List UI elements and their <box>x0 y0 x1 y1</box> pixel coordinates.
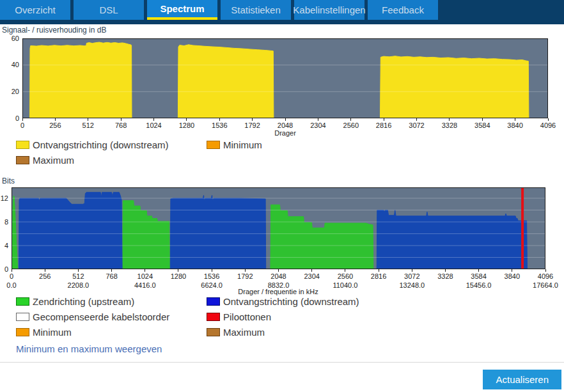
x-tick-label: 2304 <box>310 122 325 130</box>
legend-item-kabelstoorder: Gecompenseerde kabelstoorder <box>16 312 207 322</box>
legend-label: Piloottonen <box>223 311 271 322</box>
x-tick-mark <box>345 269 345 272</box>
legend-label: Minimum <box>223 139 262 150</box>
x-tick-mark <box>178 269 178 272</box>
series-zendrichting-upstream- <box>12 196 373 269</box>
y-tick-label: 4 <box>0 242 8 250</box>
x-tick-label: 1536 <box>212 122 227 130</box>
x-tick-label: 1024 <box>146 122 161 130</box>
x-tick-mark <box>45 269 45 272</box>
x-tick-mark <box>55 118 56 121</box>
minimum-bits-swatch-icon <box>16 328 29 336</box>
x-frequency-label: 11040.0 <box>333 281 357 290</box>
tab-overzicht[interactable]: Overzicht <box>0 0 70 20</box>
x-tick-label: 4096 <box>540 122 556 130</box>
legend-item-piloottonen: Piloottonen <box>207 312 359 322</box>
y-tick-label: 8 <box>0 218 8 226</box>
x-tick-label: 3584 <box>471 272 486 281</box>
piloottonen-swatch-icon <box>207 313 220 321</box>
tab-overzicht-label: Overzicht <box>15 4 55 15</box>
maximum-bits-swatch-icon <box>207 328 220 336</box>
x-frequency-label: 17664.0 <box>533 281 558 290</box>
legend-label: Maximum <box>223 327 265 338</box>
legend-item-minimum-snr: Minimum <box>207 140 262 150</box>
x-tick-mark <box>145 269 145 272</box>
x-tick-mark <box>88 118 88 121</box>
x-tick-mark <box>285 118 286 121</box>
legend-item-minimum-bits: Minimum <box>16 327 207 337</box>
y-tick-label: 0 <box>0 265 8 274</box>
legend-item-downstream-snr: Ontvangstrichting (downstream) <box>16 140 207 150</box>
maximum-snr-swatch-icon <box>16 156 29 164</box>
tab-dsl[interactable]: DSL <box>74 0 144 20</box>
x-tick-label: 512 <box>82 122 94 130</box>
footer-divider <box>0 362 564 363</box>
x-tick-label: 1280 <box>179 122 194 130</box>
tab-kabelinstellingen[interactable]: Kabelinstellingen <box>294 0 364 20</box>
legend-item-upstream: Zendrichting (upstream) <box>16 297 207 306</box>
legend-label: Maximum <box>33 155 74 166</box>
legend-label: Ontvangstrichting (downstream) <box>33 139 169 150</box>
x-tick-mark <box>311 269 312 272</box>
y-tick-label: 12 <box>0 194 8 203</box>
x-tick-mark <box>478 269 479 272</box>
series-ontvangstrichting-downstream- <box>30 42 529 118</box>
bits-chart-plot <box>12 187 545 269</box>
x-tick-label: 2816 <box>376 122 391 130</box>
x-tick-mark <box>545 269 546 272</box>
x-tick-mark <box>219 118 220 121</box>
toggle-min-max-link[interactable]: Minimum en maximum weergeven <box>16 343 162 354</box>
tab-spectrum[interactable]: Spectrum <box>147 0 217 20</box>
x-tick-label: 3584 <box>474 122 490 130</box>
x-tick-mark <box>512 269 512 272</box>
x-tick-label: 3328 <box>437 272 453 281</box>
x-tick-label: 1024 <box>137 272 153 281</box>
x-tick-label: 2048 <box>270 272 286 281</box>
tab-statistieken[interactable]: Statistieken <box>221 0 291 20</box>
x-tick-mark <box>515 118 515 121</box>
tab-feedback[interactable]: Feedback <box>368 0 438 20</box>
x-tick-mark <box>212 269 212 272</box>
x-tick-mark <box>153 118 154 121</box>
x-tick-mark <box>111 269 112 272</box>
x-frequency-label: 0.0 <box>6 281 16 290</box>
legend-item-maximum-bits: Maximum <box>207 327 359 337</box>
x-tick-label: 2816 <box>371 272 386 281</box>
x-tick-label: 768 <box>115 122 127 130</box>
x-tick-label: 1280 <box>171 272 186 281</box>
x-tick-mark <box>245 269 246 272</box>
x-frequency-label: 13248.0 <box>399 281 425 290</box>
minimum-snr-swatch-icon <box>207 141 220 149</box>
bits-x-axis-caption: Drager / frequentie in kHz <box>238 288 318 295</box>
tab-dsl-label: DSL <box>99 4 118 15</box>
x-tick-mark <box>548 118 549 121</box>
x-tick-label: 1792 <box>244 122 260 130</box>
legend-label: Zendrichting (upstream) <box>33 296 134 307</box>
x-tick-label: 1536 <box>204 272 219 281</box>
x-tick-mark <box>318 118 318 121</box>
x-tick-mark <box>278 269 279 272</box>
y-tick-label: 60 <box>1 35 19 43</box>
x-tick-label: 0 <box>10 272 13 281</box>
downstream-snr-swatch-icon <box>16 141 29 149</box>
x-tick-mark <box>121 118 121 121</box>
x-tick-mark <box>252 118 253 121</box>
x-tick-mark <box>384 118 384 121</box>
x-tick-mark <box>78 269 79 272</box>
legend-label: Ontvangstrichting (downstream) <box>223 296 359 307</box>
legend-item-maximum-snr: Maximum <box>16 155 207 165</box>
x-frequency-label: 6624.0 <box>201 281 223 290</box>
refresh-button[interactable]: Actualiseren <box>483 370 561 389</box>
y-tick-label: 20 <box>1 88 19 96</box>
y-tick-label: 0 <box>1 114 19 123</box>
tab-feedback-label: Feedback <box>382 4 424 15</box>
x-tick-mark <box>482 118 483 121</box>
legend-label: Minimum <box>33 327 72 338</box>
bits-legend: Zendrichting (upstream) Ontvangstrichtin… <box>16 297 359 337</box>
downstream-bits-swatch-icon <box>207 297 220 306</box>
x-tick-mark <box>186 118 187 121</box>
x-tick-mark <box>416 118 417 121</box>
kabelstoorder-swatch-icon <box>16 313 29 321</box>
tab-kabelinstellingen-label: Kabelinstellingen <box>293 4 365 15</box>
legend-label: Gecompenseerde kabelstoorder <box>33 311 169 322</box>
